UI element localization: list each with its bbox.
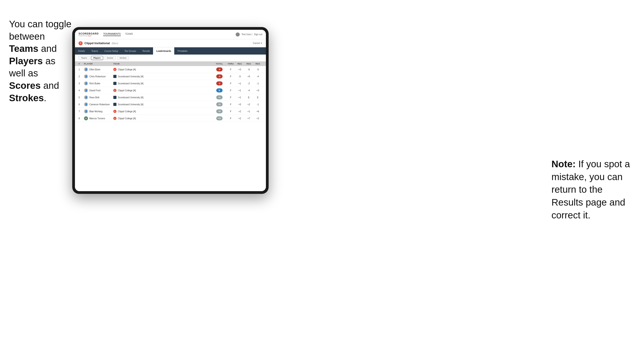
nav-teams[interactable]: TEAMS	[125, 33, 133, 36]
thru: F	[226, 75, 235, 78]
tab-details[interactable]: Details	[75, 47, 88, 55]
rd2: +1	[244, 110, 253, 113]
rd1: +5	[235, 103, 244, 106]
player-avatar: 👤	[84, 67, 88, 71]
total-col: +11	[213, 116, 226, 120]
logo-brand: clippd	[87, 35, 92, 36]
player-cell: 👤 Rees Britt	[84, 95, 113, 99]
player-cell: 👤 Chris Robertson	[84, 74, 113, 78]
nav-links: TOURNAMENTS TEAMS	[103, 33, 236, 36]
table-row: 8 M Marcus Turners C Clippd College [A] …	[75, 115, 266, 122]
table-row: 7 👤 Blair McHarg C Clippd College [A] +8…	[75, 108, 266, 115]
table-row: 6 👤 Cameron Robertson Scoreboard Univers…	[75, 101, 266, 108]
rd2: -6	[244, 68, 253, 71]
score-badge: +1	[216, 95, 222, 99]
tab-printables[interactable]: Printables	[174, 47, 190, 55]
rd3: -4	[253, 75, 262, 78]
rank: 7	[78, 110, 84, 113]
col-rd1: RD1	[235, 63, 244, 65]
col-rank: #	[78, 63, 84, 65]
score-badge: +8	[216, 109, 222, 113]
player-avatar: 👤	[84, 109, 88, 113]
player-cell: 👤 Cameron Robertson	[84, 102, 113, 106]
tab-tee-groups[interactable]: Tee Groups	[121, 47, 139, 55]
table-row: 4 👤 David Ford C Clippd College [A] E F …	[75, 87, 266, 94]
players-bold: Players	[9, 56, 43, 66]
team-name: Scoreboard University [A]	[118, 75, 143, 78]
top-nav: SCOREBOARD Powered by clippd TOURNAMENTS…	[75, 30, 266, 39]
col-team: TEAM	[113, 63, 213, 65]
rd3: E	[253, 96, 262, 99]
rd2: E	[244, 96, 253, 99]
rd2: +2	[244, 103, 253, 106]
total-col: +8	[213, 109, 226, 113]
rd1: +2	[235, 117, 244, 120]
rank: 8	[78, 117, 84, 120]
table-row: 2 👤 Chris Robertson Scoreboard Universit…	[75, 73, 266, 80]
total-col: -4	[213, 74, 226, 78]
player-avatar: 👤	[84, 88, 88, 92]
rank: 3	[78, 82, 84, 85]
team-logo: C	[113, 110, 116, 113]
nav-tournaments[interactable]: TOURNAMENTS	[103, 33, 120, 36]
player-avatar: M	[84, 116, 88, 120]
table-row: 3 👤 Rich Butler Scoreboard University [A…	[75, 80, 266, 87]
tab-course-setup[interactable]: Course Setup	[101, 47, 121, 55]
note-label: Note:	[552, 159, 576, 169]
team-logo	[113, 103, 116, 106]
table-row: 1 👤 Elliot Ebert C Clippd College [A] -8…	[75, 66, 266, 73]
total-col: -2	[213, 81, 226, 85]
strokes-bold: Strokes	[9, 93, 44, 103]
team-cell: C Clippd College [A]	[113, 110, 213, 113]
player-cell: 👤 David Ford	[84, 88, 113, 92]
cancel-button[interactable]: Cancel ✕	[253, 42, 262, 44]
team-name: Scoreboard University [A]	[118, 82, 143, 85]
tab-leaderboards[interactable]: Leaderboards	[153, 47, 174, 55]
rd2: -2	[244, 82, 253, 85]
thru: F	[226, 117, 235, 120]
tab-teams[interactable]: Teams	[88, 47, 101, 55]
rank: 5	[78, 96, 84, 99]
team-name: Scoreboard University [A]	[118, 96, 143, 99]
rd1: +1	[235, 89, 244, 92]
toggle-scores[interactable]: Scores	[104, 56, 116, 60]
player-avatar: 👤	[84, 74, 88, 78]
toggle-players[interactable]: Players	[91, 56, 103, 60]
score-badge: -8	[216, 67, 222, 71]
team-name: Clippd College [A]	[118, 117, 136, 120]
team-logo	[113, 75, 116, 78]
player-name: David Ford	[90, 89, 100, 92]
rd2: +7	[244, 117, 253, 120]
team-logo: C	[113, 68, 116, 71]
tournament-name: Clippd Invitational	[84, 41, 110, 45]
rd1: +1	[235, 96, 244, 99]
rd3: -1	[253, 103, 262, 106]
tab-results[interactable]: Results	[139, 47, 153, 55]
rd1: +1	[235, 82, 244, 85]
rd1: +3	[235, 68, 244, 71]
col-total: TOTAL	[213, 63, 226, 65]
logo-main: SCOREBOARD	[78, 32, 99, 35]
team-name: Scoreboard University [A]	[118, 103, 143, 106]
team-cell: Scoreboard University [A]	[113, 103, 213, 106]
rd3: +6	[253, 110, 262, 113]
toggle-teams[interactable]: Teams	[78, 56, 90, 60]
sign-out-link[interactable]: Sign out	[254, 33, 262, 36]
player-name: Blair McHarg	[90, 110, 102, 113]
total-col: -8	[213, 67, 226, 71]
teams-bold: Teams	[9, 43, 38, 54]
toggle-strokes[interactable]: Strokes	[117, 56, 129, 60]
tournament-header: C Clippd Invitational (Men) Cancel ✕	[75, 39, 266, 47]
col-rd3: RD3	[253, 63, 262, 65]
player-name: Rich Butler	[90, 82, 100, 85]
rd1: +2	[235, 110, 244, 113]
rd3: -1	[253, 82, 262, 85]
player-cell: 👤 Blair McHarg	[84, 109, 113, 113]
thru: F	[226, 89, 235, 92]
total-col: E	[213, 88, 226, 92]
scores-bold: Scores	[9, 80, 41, 91]
team-cell: C Clippd College [A]	[113, 89, 213, 92]
tournament-logo: C	[78, 41, 82, 45]
player-avatar: 👤	[84, 102, 88, 106]
team-name: Clippd College [A]	[118, 89, 136, 92]
